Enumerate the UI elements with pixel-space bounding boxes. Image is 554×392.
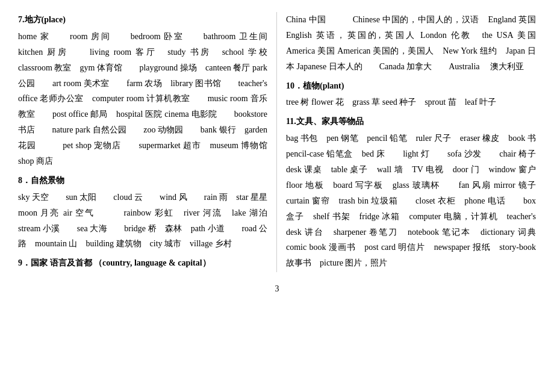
section11-content: bag 书包 pen 钢笔 pencil 铅笔 ruler 尺子 eraser … bbox=[286, 131, 536, 271]
section10-content: tree 树 flower 花 grass 草 seed 种子 sprout 苗… bbox=[286, 95, 536, 110]
section8-content: sky 天空 sun 太阳 cloud 云 wind 风 rain 雨 star… bbox=[18, 190, 267, 252]
section11-title: 11.文具、家具等物品 bbox=[286, 114, 536, 129]
page-container: 7.地方(place) home 家 room 房间 bedroom 卧室 ba… bbox=[18, 12, 536, 272]
section8-title: 8．自然景物 bbox=[18, 173, 267, 188]
section9-title: 9．国家 语言及首都 （country, language & capital） bbox=[18, 255, 267, 271]
section10-title: 10．植物(plant) bbox=[286, 78, 536, 94]
section7-title: 7.地方(place) bbox=[18, 12, 267, 28]
page-number: 3 bbox=[18, 284, 536, 294]
section9-content: China 中国 Chinese 中国的，中国人的，汉语 England 英国 … bbox=[286, 12, 536, 75]
left-column: 7.地方(place) home 家 room 房间 bedroom 卧室 ba… bbox=[18, 12, 277, 272]
right-column: China 中国 Chinese 中国的，中国人的，汉语 England 英国 … bbox=[277, 12, 536, 272]
section7-content: home 家 room 房间 bedroom 卧室 bathroom 卫生间 k… bbox=[18, 29, 267, 169]
